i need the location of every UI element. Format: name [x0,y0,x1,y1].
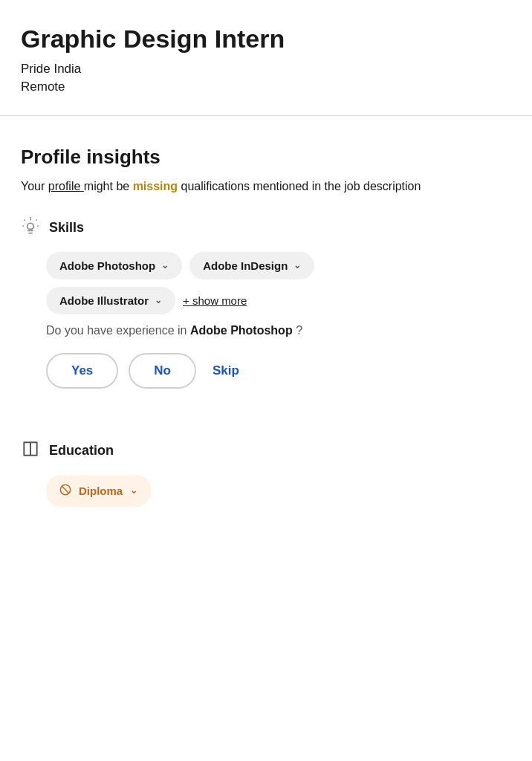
skill-name-illustrator: Adobe Illustrator [59,294,149,307]
profile-insights-title: Profile insights [21,146,511,169]
svg-line-2 [25,219,25,220]
skills-label: Skills [49,220,84,236]
experience-skill: Adobe Photoshop [190,324,293,337]
skill-name-indesign: Adobe InDesign [203,259,288,272]
education-label: Education [49,443,114,459]
svg-line-4 [36,219,36,220]
section-divider [0,115,532,116]
company-name: Pride India [21,62,511,77]
yes-button[interactable]: Yes [46,353,118,389]
missing-label: missing [133,180,178,192]
svg-point-0 [30,217,31,218]
experience-question: Do you have experience in Adobe Photosho… [46,322,511,340]
skill-pill-indesign[interactable]: Adobe InDesign ⌄ [189,252,314,279]
description-middle: might be [84,180,133,192]
answer-buttons: Yes No Skip [46,353,511,389]
skills-header: Skills [21,216,511,240]
lightbulb-icon [21,216,40,240]
skip-button[interactable]: Skip [207,354,245,387]
skills-row-2: Adobe Illustrator ⌄ + show more [46,287,511,314]
skills-pills-container: Adobe Photoshop ⌄ Adobe InDesign ⌄ Adobe… [46,252,511,322]
diploma-label: Diploma [79,485,123,497]
ban-icon [59,484,71,498]
education-header: Education [21,439,511,463]
chevron-icon-indesign: ⌄ [293,260,301,271]
description-suffix: qualifications mentioned in the job desc… [181,180,421,192]
chevron-icon-photoshop: ⌄ [161,260,169,271]
experience-question-suffix: ? [296,324,302,337]
skills-row-1: Adobe Photoshop ⌄ Adobe InDesign ⌄ [46,252,511,279]
chevron-icon-illustrator: ⌄ [155,295,162,305]
svg-line-8 [62,486,68,493]
education-pill-diploma[interactable]: Diploma ⌄ [46,475,151,507]
show-more-button[interactable]: + show more [183,294,247,307]
no-button[interactable]: No [129,353,196,389]
skills-block: Skills Adobe Photoshop ⌄ Adobe InDesign … [21,216,511,418]
education-pills-container: Diploma ⌄ [46,475,511,507]
insights-description: Your profile might be missing qualificat… [21,178,511,195]
chevron-icon-diploma: ⌄ [130,485,137,496]
book-icon [21,439,40,463]
skill-name-photoshop: Adobe Photoshop [59,259,155,272]
profile-link[interactable]: profile [48,180,84,192]
description-prefix: Your [21,180,48,192]
job-title: Graphic Design Intern [21,24,511,54]
skill-pill-illustrator[interactable]: Adobe Illustrator ⌄ [46,287,175,314]
skill-pill-photoshop[interactable]: Adobe Photoshop ⌄ [46,252,182,279]
experience-question-prefix: Do you have experience in [46,324,190,337]
education-block: Education Diploma ⌄ [21,439,511,507]
page-container: Graphic Design Intern Pride India Remote… [0,0,532,531]
job-location: Remote [21,80,511,94]
